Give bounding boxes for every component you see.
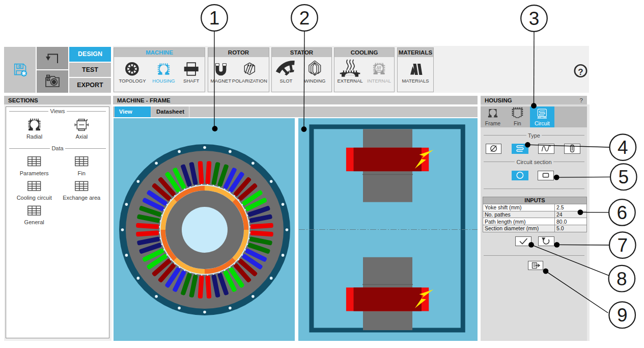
svg-text:7: 7 — [618, 235, 628, 256]
svg-text:9: 9 — [617, 305, 628, 326]
svg-text:2: 2 — [299, 8, 310, 29]
svg-text:1: 1 — [209, 8, 220, 29]
svg-text:5: 5 — [619, 167, 629, 188]
svg-text:6: 6 — [617, 202, 628, 223]
svg-text:4: 4 — [618, 137, 628, 158]
svg-text:3: 3 — [529, 8, 540, 29]
svg-text:8: 8 — [617, 269, 627, 289]
